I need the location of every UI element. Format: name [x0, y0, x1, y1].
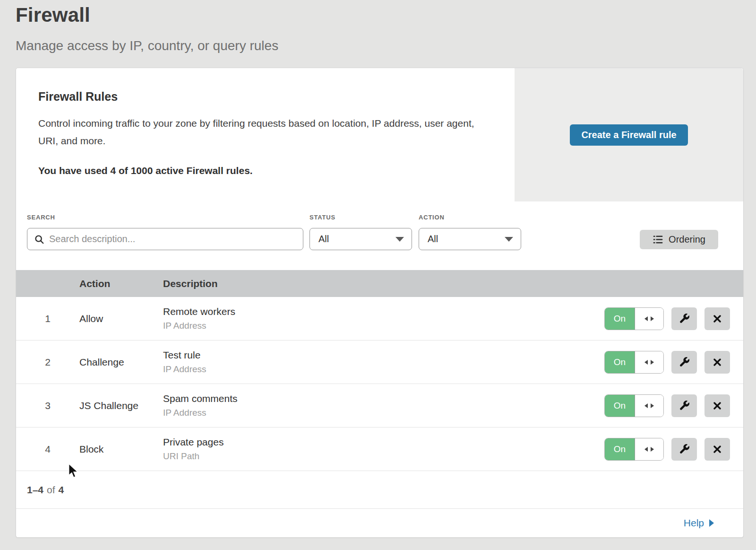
search-label: SEARCH	[27, 214, 55, 221]
rule-description-cell: Spam comments IP Address	[163, 393, 604, 418]
rule-enabled-toggle[interactable]: On	[604, 351, 664, 374]
section-heading: Firewall Rules	[38, 90, 496, 104]
toggle-handle[interactable]	[635, 395, 663, 417]
page-header: Firewall Manage access by IP, country, o…	[0, 0, 756, 53]
toggle-on-label: On	[605, 351, 635, 373]
status-label: STATUS	[309, 214, 335, 221]
wrench-icon	[679, 313, 690, 324]
list-ordering-icon	[653, 234, 663, 245]
wrench-icon	[679, 400, 690, 411]
close-icon	[713, 401, 722, 410]
rule-description-cell: Test rule IP Address	[163, 349, 604, 375]
toggle-on-label: On	[605, 308, 635, 330]
create-firewall-rule-button[interactable]: Create a Firewall rule	[570, 124, 687, 146]
table-row: 2 Challenge Test rule IP Address On	[16, 340, 743, 384]
rule-controls: On	[604, 394, 743, 417]
delete-rule-button[interactable]	[704, 351, 730, 374]
rule-priority: 3	[16, 400, 79, 411]
rule-description: Private pages	[163, 437, 604, 448]
rule-action: Block	[79, 444, 163, 455]
rule-enabled-toggle[interactable]: On	[604, 307, 664, 330]
search-icon	[34, 234, 44, 244]
edit-rule-button[interactable]	[671, 307, 697, 330]
rule-action: JS Challenge	[79, 400, 163, 411]
rule-description-cell: Remote workers IP Address	[163, 306, 604, 331]
action-select-value: All	[428, 234, 438, 244]
arrow-right-icon	[709, 519, 714, 527]
left-right-arrows-icon	[643, 402, 655, 410]
rule-controls: On	[604, 307, 743, 330]
chevron-down-icon	[395, 237, 404, 242]
table-header-row: Action Description	[16, 270, 743, 297]
firewall-rules-card: Firewall Rules Control incoming traffic …	[16, 68, 744, 538]
rule-match-type: IP Address	[163, 408, 604, 418]
pagination-of: of	[47, 484, 55, 496]
search-input[interactable]	[49, 234, 296, 244]
delete-rule-button[interactable]	[704, 394, 730, 417]
edit-rule-button[interactable]	[671, 351, 697, 374]
table-row: 4 Block Private pages URI Path On	[16, 428, 743, 471]
left-right-arrows-icon	[643, 445, 655, 454]
ordering-button-label: Ordering	[669, 234, 705, 245]
action-select[interactable]: All	[419, 228, 521, 250]
pagination-status: 1–4 of 4	[16, 471, 743, 509]
wrench-icon	[679, 356, 690, 368]
action-column-header: Action	[79, 278, 163, 289]
help-link[interactable]: Help	[684, 517, 714, 529]
rule-controls: On	[604, 438, 743, 461]
status-select[interactable]: All	[309, 228, 412, 250]
card-footer: Help	[16, 509, 743, 537]
create-rule-panel: Create a Firewall rule	[515, 68, 743, 201]
left-right-arrows-icon	[643, 314, 655, 323]
delete-rule-button[interactable]	[704, 438, 730, 461]
rule-enabled-toggle[interactable]: On	[604, 438, 664, 461]
rules-usage-count: You have used 4 of 1000 active Firewall …	[38, 165, 496, 176]
left-right-arrows-icon	[643, 358, 655, 367]
table-row: 1 Allow Remote workers IP Address On	[16, 297, 743, 340]
edit-rule-button[interactable]	[671, 438, 697, 461]
close-icon	[713, 445, 722, 454]
search-box[interactable]	[27, 228, 303, 250]
close-icon	[713, 314, 722, 323]
action-label: ACTION	[419, 214, 445, 221]
help-link-label: Help	[684, 517, 704, 529]
chevron-down-icon	[505, 237, 513, 242]
rule-match-type: URI Path	[163, 451, 604, 462]
filters-bar: SEARCH STATUS All ACTION All	[16, 201, 743, 270]
rule-match-type: IP Address	[163, 364, 604, 375]
page-title: Firewall	[16, 4, 756, 26]
rule-match-type: IP Address	[163, 321, 604, 331]
edit-rule-button[interactable]	[671, 394, 697, 417]
rule-priority: 2	[16, 357, 79, 368]
rule-description-cell: Private pages URI Path	[163, 437, 604, 462]
page-subtitle: Manage access by IP, country, or query r…	[16, 38, 756, 53]
section-description: Control incoming traffic to your zone by…	[38, 115, 487, 150]
rule-description: Remote workers	[163, 306, 604, 317]
pagination-total: 4	[59, 484, 64, 496]
toggle-on-label: On	[605, 438, 635, 460]
table-row: 3 JS Challenge Spam comments IP Address …	[16, 384, 743, 428]
toggle-handle[interactable]	[635, 308, 663, 330]
firewall-rules-intro: Firewall Rules Control incoming traffic …	[16, 68, 515, 201]
wrench-icon	[679, 443, 690, 455]
ordering-button[interactable]: Ordering	[640, 230, 718, 249]
status-select-value: All	[318, 234, 329, 244]
rule-controls: On	[604, 351, 743, 374]
rule-description: Test rule	[163, 349, 604, 361]
rule-enabled-toggle[interactable]: On	[604, 394, 664, 417]
toggle-handle[interactable]	[635, 351, 663, 373]
rule-action: Challenge	[79, 357, 163, 368]
close-icon	[713, 358, 722, 367]
card-top-section: Firewall Rules Control incoming traffic …	[16, 68, 743, 201]
rule-priority: 1	[16, 313, 79, 324]
rule-action: Allow	[79, 313, 163, 324]
description-column-header: Description	[163, 278, 743, 289]
pagination-range: 1–4	[27, 484, 43, 496]
rule-description: Spam comments	[163, 393, 604, 404]
rule-priority: 4	[16, 444, 79, 455]
delete-rule-button[interactable]	[704, 307, 730, 330]
toggle-on-label: On	[605, 395, 635, 417]
toggle-handle[interactable]	[635, 438, 663, 460]
